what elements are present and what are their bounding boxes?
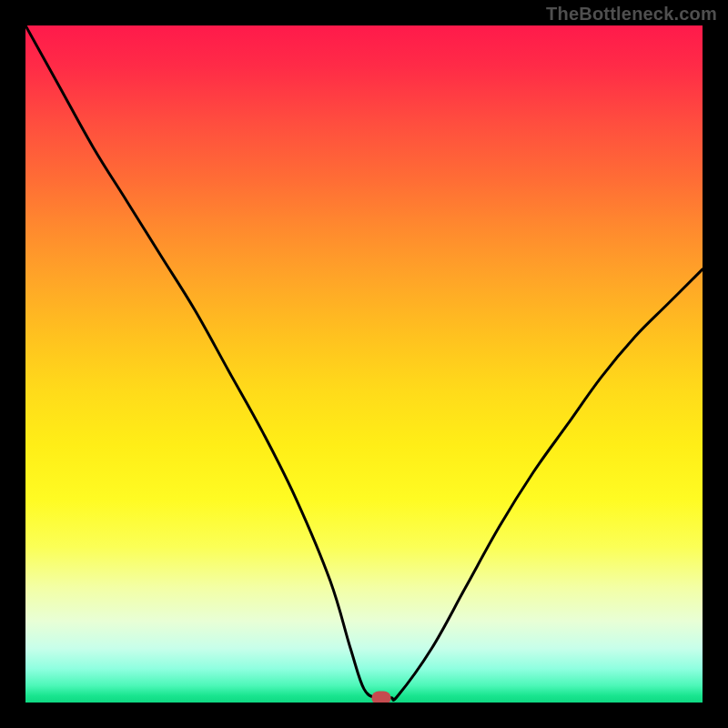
bottleneck-curve: [25, 25, 703, 703]
chart-frame: TheBottleneck.com: [0, 0, 728, 728]
watermark-text: TheBottleneck.com: [546, 4, 717, 25]
plot-area: [25, 25, 703, 703]
optimum-marker: [371, 691, 390, 703]
